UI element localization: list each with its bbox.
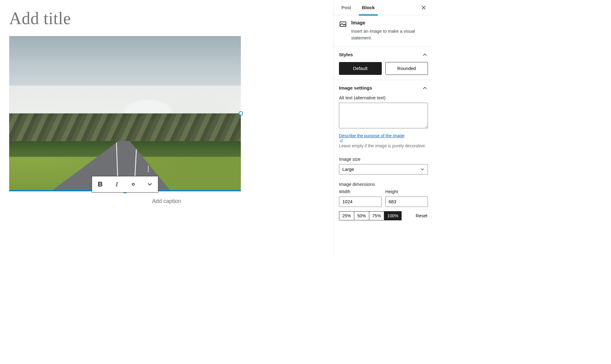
link-icon <box>130 181 137 188</box>
caption-input[interactable]: Add caption <box>9 198 324 204</box>
chevron-up-icon <box>422 85 428 91</box>
close-sidebar-button[interactable] <box>419 3 428 12</box>
alt-help-link[interactable]: Describe the purpose of the image <box>339 133 428 143</box>
resize-handle-right[interactable] <box>239 111 243 116</box>
style-default-button[interactable]: Default <box>339 62 382 75</box>
image-preview[interactable] <box>9 36 241 191</box>
link-button[interactable] <box>125 176 142 192</box>
editor-canvas[interactable]: B I Add caption <box>0 0 333 257</box>
caption-toolbar: B I <box>92 176 158 193</box>
tab-post[interactable]: Post <box>339 0 353 15</box>
width-input[interactable] <box>339 197 382 207</box>
chevron-down-icon <box>146 181 153 188</box>
pct-50-button[interactable]: 50% <box>354 211 369 220</box>
image-settings-panel: Image settings Alt text (alternative tex… <box>333 80 433 225</box>
alt-text-label: Alt text (alternative text) <box>339 95 428 100</box>
alt-text-help: Describe the purpose of the imageLeave e… <box>339 133 428 149</box>
pct-75-button[interactable]: 75% <box>369 211 384 220</box>
block-type-name: Image <box>351 20 421 26</box>
image-settings-heading: Image settings <box>339 85 372 91</box>
image-block-icon <box>339 20 347 28</box>
reset-dimensions-button[interactable]: Reset <box>415 211 428 220</box>
image-settings-toggle[interactable]: Image settings <box>339 85 428 91</box>
external-link-icon <box>340 139 343 143</box>
pct-100-button[interactable]: 100% <box>384 211 402 220</box>
height-input[interactable] <box>385 197 428 207</box>
styles-panel: Styles Default Rounded <box>333 47 433 80</box>
width-label: Width <box>339 189 382 194</box>
block-type-description: Insert an image to make a visual stateme… <box>351 28 421 42</box>
settings-sidebar: Post Block Image Insert an image to make… <box>333 0 433 257</box>
bold-icon: B <box>98 180 103 188</box>
tab-block[interactable]: Block <box>359 0 377 15</box>
style-rounded-button[interactable]: Rounded <box>385 62 428 75</box>
bold-button[interactable]: B <box>92 176 109 192</box>
italic-button[interactable]: I <box>109 176 125 192</box>
image-size-select[interactable]: Large <box>339 164 428 175</box>
chevron-up-icon <box>422 52 428 58</box>
image-dimensions-label: Image dimensions <box>339 182 428 187</box>
styles-heading: Styles <box>339 52 353 57</box>
sidebar-tabs: Post Block <box>333 0 433 15</box>
alt-text-input[interactable] <box>339 103 428 128</box>
styles-panel-toggle[interactable]: Styles <box>339 52 428 58</box>
image-size-label: Image size <box>339 157 428 162</box>
more-format-button[interactable] <box>142 176 158 192</box>
close-icon <box>421 5 426 10</box>
image-block[interactable]: B I <box>9 36 241 191</box>
post-title-input[interactable] <box>9 7 324 31</box>
block-info-section: Image Insert an image to make a visual s… <box>333 15 433 47</box>
app-root: B I Add caption <box>0 0 433 257</box>
height-label: Height <box>385 189 428 194</box>
italic-icon: I <box>116 180 118 188</box>
pct-25-button[interactable]: 25% <box>339 211 354 220</box>
alt-help-text: Leave empty if the image is purely decor… <box>339 143 426 148</box>
percent-preset-group: 25% 50% 75% 100% <box>339 211 402 220</box>
